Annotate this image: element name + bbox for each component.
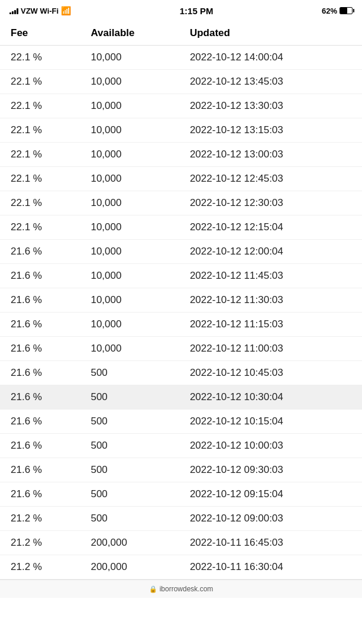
cell-available: 10,000	[82, 240, 181, 264]
table-row: 21.6 %10,0002022-10-12 11:00:03	[0, 337, 362, 361]
wifi-icon: 📶	[61, 6, 71, 15]
table-row: 22.1 %10,0002022-10-12 13:45:03	[0, 70, 362, 94]
cell-fee: 21.6 %	[0, 434, 82, 458]
status-left: VZW Wi-Fi 📶	[9, 6, 71, 15]
table-row: 21.2 %200,0002022-10-11 16:45:03	[0, 531, 362, 555]
cell-available: 500	[82, 385, 181, 410]
status-right: 62%	[322, 7, 353, 15]
table-row: 21.6 %10,0002022-10-12 12:00:04	[0, 240, 362, 264]
cell-available: 10,000	[82, 191, 181, 215]
table-row: 21.2 %5002022-10-12 09:00:03	[0, 507, 362, 531]
cell-updated: 2022-10-12 12:00:04	[182, 240, 362, 264]
cell-updated: 2022-10-12 10:15:04	[182, 410, 362, 434]
cell-fee: 21.6 %	[0, 385, 82, 410]
cell-fee: 21.6 %	[0, 410, 82, 434]
table-header-row: Fee Available Updated	[0, 21, 362, 46]
cell-updated: 2022-10-12 11:00:03	[182, 337, 362, 361]
table-row: 22.1 %10,0002022-10-12 12:45:03	[0, 167, 362, 191]
cell-fee: 22.1 %	[0, 70, 82, 94]
col-header-available: Available	[82, 21, 181, 46]
cell-updated: 2022-10-11 16:30:04	[182, 555, 362, 579]
cell-fee: 22.1 %	[0, 94, 82, 118]
cell-fee: 21.6 %	[0, 458, 82, 482]
table-row: 21.2 %200,0002022-10-11 16:30:04	[0, 555, 362, 579]
cell-updated: 2022-10-12 13:15:03	[182, 118, 362, 143]
table-row: 21.6 %10,0002022-10-12 11:15:03	[0, 313, 362, 337]
status-bar: VZW Wi-Fi 📶 1:15 PM 62%	[0, 0, 362, 21]
footer-domain: iborrowdesk.com	[160, 585, 214, 593]
cell-updated: 2022-10-12 10:00:03	[182, 434, 362, 458]
table-row: 21.6 %5002022-10-12 09:30:03	[0, 458, 362, 482]
table-row: 21.6 %5002022-10-12 10:45:03	[0, 361, 362, 385]
cell-fee: 21.6 %	[0, 313, 82, 337]
cell-available: 10,000	[82, 167, 181, 191]
table-row: 21.6 %5002022-10-12 10:00:03	[0, 434, 362, 458]
footer: 🔒 iborrowdesk.com	[0, 579, 362, 598]
data-table-container: Fee Available Updated 22.1 %10,0002022-1…	[0, 21, 362, 579]
table-row: 21.6 %5002022-10-12 10:15:04	[0, 410, 362, 434]
table-row: 21.6 %10,0002022-10-12 11:45:03	[0, 264, 362, 288]
cell-available: 10,000	[82, 264, 181, 288]
cell-fee: 21.2 %	[0, 507, 82, 531]
table-row: 22.1 %10,0002022-10-12 13:00:03	[0, 143, 362, 167]
cell-updated: 2022-10-11 16:45:03	[182, 531, 362, 555]
cell-fee: 21.6 %	[0, 264, 82, 288]
table-row: 21.6 %10,0002022-10-12 11:30:03	[0, 288, 362, 313]
battery-percentage: 62%	[322, 7, 337, 15]
table-row: 22.1 %10,0002022-10-12 14:00:04	[0, 46, 362, 70]
cell-available: 10,000	[82, 337, 181, 361]
cell-available: 500	[82, 482, 181, 507]
cell-updated: 2022-10-12 13:00:03	[182, 143, 362, 167]
cell-fee: 22.1 %	[0, 167, 82, 191]
cell-available: 500	[82, 458, 181, 482]
cell-fee: 22.1 %	[0, 143, 82, 167]
cell-fee: 22.1 %	[0, 191, 82, 215]
cell-updated: 2022-10-12 09:30:03	[182, 458, 362, 482]
cell-fee: 21.6 %	[0, 482, 82, 507]
cell-updated: 2022-10-12 10:30:04	[182, 385, 362, 410]
cell-fee: 21.6 %	[0, 288, 82, 313]
cell-available: 200,000	[82, 555, 181, 579]
cell-available: 10,000	[82, 70, 181, 94]
cell-fee: 21.6 %	[0, 240, 82, 264]
lock-icon: 🔒	[149, 585, 157, 593]
status-time: 1:15 PM	[180, 6, 214, 16]
cell-fee: 21.2 %	[0, 555, 82, 579]
cell-updated: 2022-10-12 10:45:03	[182, 361, 362, 385]
cell-fee: 21.6 %	[0, 337, 82, 361]
signal-icon	[9, 7, 18, 14]
cell-available: 10,000	[82, 46, 181, 70]
table-row: 21.6 %5002022-10-12 10:30:04	[0, 385, 362, 410]
cell-updated: 2022-10-12 11:15:03	[182, 313, 362, 337]
carrier-label: VZW Wi-Fi	[21, 7, 59, 15]
cell-available: 500	[82, 410, 181, 434]
cell-updated: 2022-10-12 13:30:03	[182, 94, 362, 118]
cell-updated: 2022-10-12 12:30:03	[182, 191, 362, 215]
table-row: 21.6 %5002022-10-12 09:15:04	[0, 482, 362, 507]
cell-available: 500	[82, 361, 181, 385]
data-table: Fee Available Updated 22.1 %10,0002022-1…	[0, 21, 362, 579]
cell-updated: 2022-10-12 12:15:04	[182, 215, 362, 240]
battery-icon	[340, 7, 353, 14]
cell-available: 10,000	[82, 215, 181, 240]
cell-updated: 2022-10-12 12:45:03	[182, 167, 362, 191]
col-header-updated: Updated	[182, 21, 362, 46]
cell-available: 500	[82, 507, 181, 531]
table-row: 22.1 %10,0002022-10-12 13:30:03	[0, 94, 362, 118]
cell-updated: 2022-10-12 09:00:03	[182, 507, 362, 531]
cell-available: 200,000	[82, 531, 181, 555]
cell-fee: 22.1 %	[0, 46, 82, 70]
cell-available: 10,000	[82, 288, 181, 313]
cell-updated: 2022-10-12 09:15:04	[182, 482, 362, 507]
cell-updated: 2022-10-12 13:45:03	[182, 70, 362, 94]
table-row: 22.1 %10,0002022-10-12 12:30:03	[0, 191, 362, 215]
cell-fee: 21.2 %	[0, 531, 82, 555]
table-row: 22.1 %10,0002022-10-12 13:15:03	[0, 118, 362, 143]
cell-available: 10,000	[82, 118, 181, 143]
cell-fee: 22.1 %	[0, 118, 82, 143]
cell-fee: 21.6 %	[0, 361, 82, 385]
cell-fee: 22.1 %	[0, 215, 82, 240]
cell-available: 500	[82, 434, 181, 458]
cell-updated: 2022-10-12 11:30:03	[182, 288, 362, 313]
cell-updated: 2022-10-12 14:00:04	[182, 46, 362, 70]
